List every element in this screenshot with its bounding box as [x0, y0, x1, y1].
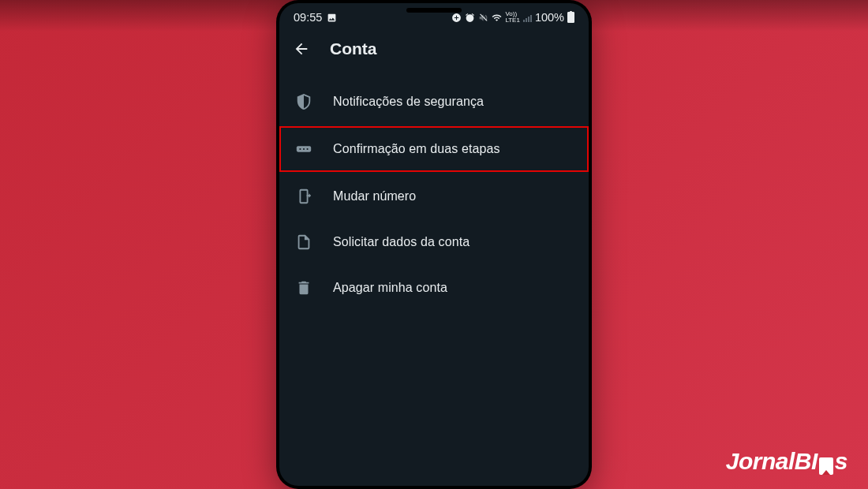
signal-icon [523, 13, 532, 22]
svg-point-2 [303, 148, 305, 150]
menu-item-delete-account[interactable]: Apagar minha conta [279, 265, 589, 311]
data-saver-icon [451, 13, 462, 23]
arrow-left-icon [293, 40, 310, 58]
svg-point-1 [299, 148, 301, 150]
back-button[interactable] [290, 38, 312, 60]
svg-point-3 [306, 148, 308, 150]
watermark-square-icon [819, 457, 833, 475]
alarm-icon [465, 13, 475, 23]
svg-rect-4 [301, 243, 306, 244]
phone-screen: 09:55 Vo))LTE1 100% Conta [279, 3, 589, 486]
menu-item-security-notifications[interactable]: Notificações de segurança [279, 79, 589, 125]
sim-swap-icon [295, 188, 312, 205]
phone-frame: 09:55 Vo))LTE1 100% Conta [276, 0, 592, 489]
menu-item-request-account-info[interactable]: Solicitar dados da conta [279, 219, 589, 265]
watermark-text-before: JornalBI [726, 448, 817, 475]
menu-item-label: Confirmação em duas etapas [333, 142, 573, 156]
network-label: Vo))LTE1 [505, 11, 520, 24]
shield-icon [295, 93, 312, 110]
watermark-logo: JornalBI s [726, 448, 847, 475]
menu-item-label: Mudar número [333, 189, 573, 203]
menu-item-two-step-verification[interactable]: Confirmação em duas etapas [279, 126, 589, 172]
phone-speaker [406, 8, 462, 13]
svg-rect-5 [301, 245, 305, 246]
menu-item-label: Solicitar dados da conta [333, 235, 573, 249]
menu-item-change-number[interactable]: Mudar número [279, 174, 589, 219]
dots-icon [295, 140, 312, 158]
status-bar: 09:55 Vo))LTE1 100% [279, 3, 589, 28]
document-icon [295, 233, 312, 251]
wifi-icon [492, 13, 502, 23]
app-bar: Conta [279, 28, 589, 74]
battery-icon [567, 12, 574, 23]
image-icon [327, 13, 337, 23]
page-title: Conta [330, 39, 377, 58]
account-menu: Notificações de segurança Confirmação em… [279, 74, 589, 486]
battery-percent: 100% [535, 11, 564, 24]
status-time: 09:55 [294, 11, 322, 24]
watermark-text-after: s [835, 448, 847, 475]
menu-item-label: Notificações de segurança [333, 95, 573, 109]
menu-item-label: Apagar minha conta [333, 281, 573, 295]
trash-icon [295, 279, 312, 297]
mute-icon [478, 13, 488, 23]
